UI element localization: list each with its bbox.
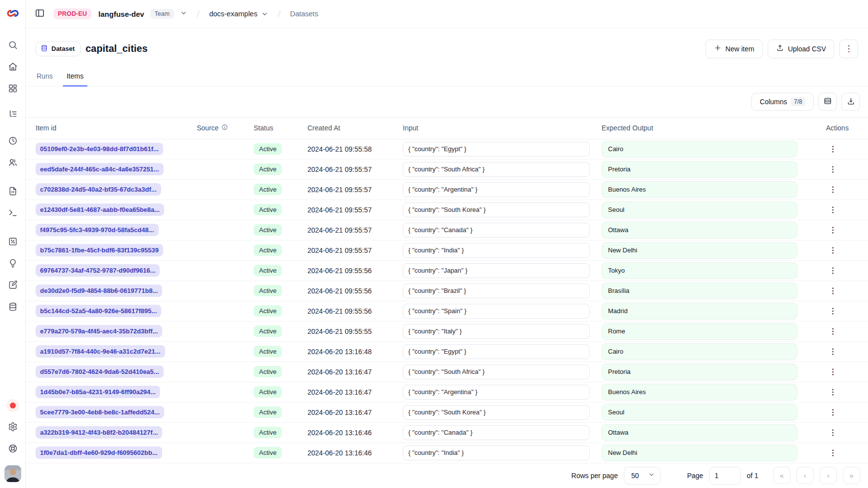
header-source[interactable]: Source [191, 124, 248, 132]
row-actions-menu-button[interactable]: ⋮ [826, 446, 840, 460]
next-page-button[interactable]: › [820, 467, 837, 484]
upload-csv-button[interactable]: Upload CSV [768, 40, 834, 58]
sidebar-support-button[interactable] [3, 439, 23, 459]
sidebar-users-button[interactable] [3, 153, 23, 173]
row-actions-menu-button[interactable]: ⋮ [826, 163, 840, 176]
header-item-id[interactable]: Item id [26, 124, 191, 132]
expected-output-cell[interactable]: Brasília [602, 283, 797, 299]
item-id-link[interactable]: 69764737-34af-4752-9787-d90df9616... [36, 264, 160, 277]
expected-output-cell[interactable]: Seoul [602, 404, 797, 421]
sidebar-evaluation-button[interactable] [3, 232, 23, 252]
input-cell[interactable]: { "country": "Brazil" } [403, 284, 590, 298]
previous-page-button[interactable]: ‹ [796, 467, 814, 484]
input-cell[interactable]: { "country": "South Korea" } [403, 405, 590, 420]
sidebar-sessions-button[interactable] [3, 131, 23, 151]
row-actions-menu-button[interactable]: ⋮ [826, 183, 840, 197]
export-button[interactable] [841, 93, 860, 111]
page-number-input[interactable] [709, 467, 741, 485]
expected-output-cell[interactable]: Ottawa [602, 424, 797, 441]
header-created-at[interactable]: Created At [302, 124, 397, 132]
item-id-link[interactable]: b5c144cd-52a5-4a80-926e-58617f895... [36, 305, 161, 317]
input-cell[interactable]: { "country": "Egypt" } [403, 344, 590, 359]
item-id-link[interactable]: 05109ef0-2e3b-4e03-98dd-8f7d01b61f... [36, 143, 163, 155]
sidebar-prompts-button[interactable] [3, 182, 23, 202]
sidebar-datasets-button[interactable] [3, 297, 23, 317]
tab-items[interactable]: Items [67, 68, 84, 86]
expected-output-cell[interactable]: Rome [602, 323, 797, 340]
sidebar-playground-button[interactable] [3, 203, 23, 223]
item-id-link[interactable]: e779a270-579a-4f45-aec4-35b72d3bff... [36, 325, 162, 337]
user-avatar[interactable] [4, 465, 21, 482]
expected-output-cell[interactable]: Pretoria [602, 161, 797, 178]
row-actions-menu-button[interactable]: ⋮ [826, 244, 840, 257]
sidebar-settings-button[interactable] [3, 417, 23, 437]
expected-output-cell[interactable]: Ottawa [602, 222, 797, 239]
row-actions-menu-button[interactable]: ⋮ [826, 365, 840, 379]
header-status[interactable]: Status [248, 124, 302, 132]
expected-output-cell[interactable]: Cairo [602, 141, 797, 158]
first-page-button[interactable]: « [773, 467, 790, 484]
sidebar-dashboards-button[interactable] [3, 79, 23, 99]
item-id-link[interactable]: de30d2e0-f5d9-4854-88b6-0619771b8... [36, 285, 162, 297]
input-cell[interactable]: { "country": "South Africa" } [403, 365, 590, 379]
header-expected-output[interactable]: Expected Output [596, 124, 803, 132]
row-actions-menu-button[interactable]: ⋮ [826, 203, 840, 217]
info-icon[interactable] [221, 124, 228, 132]
item-id-link[interactable]: eed5dafe-244f-465c-a84c-4a6e357251... [36, 163, 164, 175]
new-item-button[interactable]: New item [705, 40, 763, 58]
item-id-link[interactable]: e12430df-5e81-4687-aabb-f0ea65be8a... [36, 203, 164, 216]
row-actions-menu-button[interactable]: ⋮ [826, 284, 840, 298]
row-actions-menu-button[interactable]: ⋮ [826, 142, 840, 156]
input-cell[interactable]: { "country": "Spain" } [403, 304, 590, 319]
expected-output-cell[interactable]: Buenos Aires [602, 181, 797, 198]
item-id-link[interactable]: d557e7d6-7802-4624-9da6-52d410ea5... [36, 366, 164, 378]
item-id-link[interactable]: 5cee7779-3e00-4eb8-be8c-1affedd524... [36, 406, 164, 418]
input-cell[interactable]: { "country": "South Korea" } [403, 203, 590, 217]
input-cell[interactable]: { "country": "Japan" } [403, 263, 590, 278]
rows-per-page-select[interactable]: 50 [624, 467, 660, 485]
org-switcher-chevron[interactable] [180, 9, 187, 18]
item-id-link[interactable]: 1d45b0e7-b85a-4231-9149-6ff90a294... [36, 386, 160, 398]
input-cell[interactable]: { "country": "India" } [403, 243, 590, 258]
item-id-link[interactable]: a1910d57-7f84-440c-9e46-a31c2d7e21... [36, 345, 165, 358]
input-cell[interactable]: { "country": "Egypt" } [403, 142, 590, 157]
sidebar-toggle-button[interactable] [32, 6, 47, 22]
item-id-link[interactable]: c702838d-24d5-40a2-bf35-67dc3a3df... [36, 183, 161, 196]
sidebar-annotation-button[interactable] [3, 276, 23, 295]
input-cell[interactable]: { "country": "Canada" } [403, 223, 590, 238]
sidebar-home-button[interactable] [3, 57, 23, 77]
row-actions-menu-button[interactable]: ⋮ [826, 406, 840, 419]
item-id-link[interactable]: a322b319-9412-4f43-b8f2-b20484127f... [36, 426, 162, 439]
last-page-button[interactable]: » [843, 467, 860, 484]
expected-output-cell[interactable]: New Delhi [602, 445, 797, 461]
input-cell[interactable]: { "country": "India" } [403, 446, 590, 460]
row-actions-menu-button[interactable]: ⋮ [826, 325, 840, 338]
expected-output-cell[interactable]: Tokyo [602, 262, 797, 279]
row-height-button[interactable] [818, 93, 837, 111]
row-actions-menu-button[interactable]: ⋮ [826, 223, 840, 237]
expected-output-cell[interactable]: Buenos Aires [602, 384, 797, 401]
row-actions-menu-button[interactable]: ⋮ [826, 385, 840, 399]
item-id-link[interactable]: b75c7861-1fbe-45cf-bdf6-83f139c95539 [36, 244, 163, 256]
recording-indicator[interactable] [3, 396, 23, 415]
input-cell[interactable]: { "country": "Italy" } [403, 324, 590, 339]
sidebar-tracing-button[interactable] [3, 105, 23, 124]
input-cell[interactable]: { "country": "Argentina" } [403, 385, 590, 400]
expected-output-cell[interactable]: New Delhi [602, 242, 797, 259]
expected-output-cell[interactable]: Seoul [602, 202, 797, 218]
input-cell[interactable]: { "country": "Canada" } [403, 425, 590, 440]
page-actions-menu-button[interactable]: ⋮ [839, 40, 858, 58]
item-id-link[interactable]: f4975c95-5fc3-4939-970d-58fa5cd48... [36, 224, 159, 236]
item-id-link[interactable]: 1f0e7da1-dbff-4e60-929d-f6095602bb... [36, 447, 162, 459]
org-name[interactable]: langfuse-dev [98, 10, 144, 18]
row-actions-menu-button[interactable]: ⋮ [826, 304, 840, 318]
input-cell[interactable]: { "country": "South Africa" } [403, 162, 590, 177]
tab-runs[interactable]: Runs [37, 68, 53, 86]
sidebar-insights-button[interactable] [3, 254, 23, 274]
row-actions-menu-button[interactable]: ⋮ [826, 264, 840, 278]
sidebar-search-button[interactable] [3, 36, 23, 55]
row-actions-menu-button[interactable]: ⋮ [826, 426, 840, 440]
row-actions-menu-button[interactable]: ⋮ [826, 345, 840, 359]
expected-output-cell[interactable]: Pretoria [602, 364, 797, 380]
expected-output-cell[interactable]: Madrid [602, 303, 797, 320]
